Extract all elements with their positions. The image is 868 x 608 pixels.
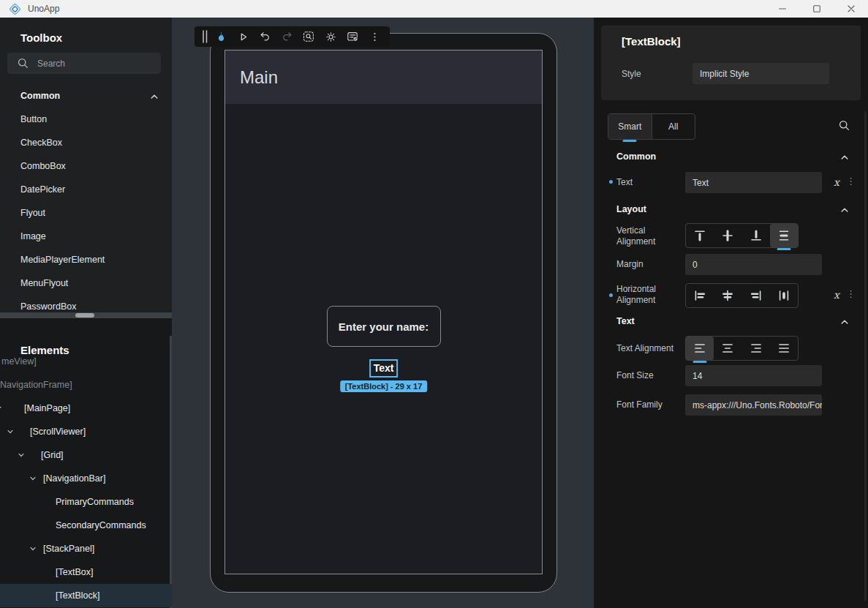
text-align-right-icon <box>749 341 763 356</box>
tree-item-mainpage[interactable]: [MainPage] <box>0 397 172 420</box>
tree-item-grid[interactable]: [Grid] <box>0 443 172 467</box>
margin-label: Margin <box>616 259 644 270</box>
uno-logo-icon <box>9 3 21 15</box>
chevron-down-icon[interactable] <box>7 428 14 435</box>
more-dots-icon[interactable]: ⋮ <box>846 289 856 299</box>
text-align-center-button[interactable] <box>714 337 741 360</box>
more-options-icon <box>368 30 382 44</box>
toolbox-hscrollbar[interactable] <box>0 312 172 318</box>
vertical-align-stretch-button[interactable] <box>770 224 798 247</box>
tree-item-meview[interactable]: meView] <box>0 350 172 373</box>
tree-item-navigationframe[interactable]: NavigationFrame] <box>0 373 172 397</box>
chevron-down-icon[interactable] <box>0 405 2 412</box>
selected-option-underline <box>693 361 707 363</box>
text-align-center-icon <box>720 341 735 356</box>
vertical-align-top-button[interactable] <box>686 224 714 247</box>
vertical-align-bottom-button[interactable] <box>742 224 770 247</box>
text-align-right-button[interactable] <box>742 337 770 360</box>
text-align-left-button[interactable] <box>686 337 714 360</box>
section-text[interactable]: Text <box>594 314 868 330</box>
binding-x-icon[interactable]: x <box>834 177 839 187</box>
preview-textbox[interactable]: Enter your name: <box>327 306 441 347</box>
toolbox-item-checkbox[interactable]: CheckBox <box>0 131 172 154</box>
binding-x-icon[interactable]: x <box>834 290 839 300</box>
tab-all[interactable]: All <box>652 114 695 139</box>
horizontal-align-stretch-button[interactable] <box>770 284 798 307</box>
vertical-align-center-button[interactable] <box>714 224 741 247</box>
selection-size-badge: [TextBlock] - 29 x 17 <box>340 380 428 392</box>
selected-element-title: [TextBlock] <box>622 35 681 48</box>
undo-button[interactable] <box>254 26 276 47</box>
tab-smart[interactable]: Smart <box>608 114 652 139</box>
toolbox-item-mediaplayerelement[interactable]: MediaPlayerElement <box>0 248 172 271</box>
toolbox-item-button[interactable]: Button <box>0 108 172 131</box>
scrollbar-thumb[interactable] <box>75 313 94 318</box>
text-modified-dot <box>609 180 613 184</box>
text-align-justify-button[interactable] <box>770 337 798 360</box>
toolbox-section-label: Common <box>20 91 60 101</box>
vertical-alignment-label: Vertical Alignment <box>616 225 669 247</box>
horizontal-align-left-button[interactable] <box>686 284 714 307</box>
redo-button[interactable] <box>276 26 298 47</box>
selected-element-card: [TextBlock] Style Implicit Style <box>601 26 861 100</box>
horizontal-align-center-button[interactable] <box>714 284 741 307</box>
inspector-search-icon[interactable] <box>838 119 850 132</box>
tree-item-secondarycommands[interactable]: SecondaryCommands <box>0 514 172 537</box>
tree-item-label: NavigationFrame] <box>0 380 72 390</box>
tree-item-scrollviewer[interactable]: [ScrollViewer] <box>0 420 172 443</box>
inspect-element-button[interactable] <box>298 26 320 47</box>
theme-toggle-icon <box>324 30 338 44</box>
design-canvas: Main Enter your name: Text [TextBlock] -… <box>172 18 594 608</box>
chevron-down-icon[interactable] <box>18 451 25 459</box>
minimize-button[interactable] <box>765 0 799 18</box>
toolbox-item-datepicker[interactable]: DatePicker <box>0 178 172 201</box>
tree-item-label: [ScrollViewer] <box>30 427 86 437</box>
play-button[interactable] <box>232 26 254 47</box>
chevron-down-icon[interactable] <box>29 545 37 552</box>
hot-reload-button[interactable] <box>210 26 232 47</box>
horizontal-align-right-button[interactable] <box>742 284 770 307</box>
text-property-label: Text <box>616 177 633 188</box>
more-options-button[interactable] <box>363 26 385 47</box>
horizontal-align-center-icon <box>720 288 735 303</box>
section-layout[interactable]: Layout <box>594 202 868 218</box>
horizontal-align-stretch-icon <box>777 288 791 303</box>
preview-textbox-text: Enter your name: <box>339 320 429 333</box>
text-property-input[interactable]: Text <box>685 172 822 193</box>
tab-label: All <box>668 121 678 132</box>
close-button[interactable] <box>834 0 868 18</box>
tree-item-textblock[interactable]: [TextBlock] <box>0 584 172 607</box>
inspector-vscrollbar[interactable] <box>864 111 867 601</box>
theme-toggle-button[interactable] <box>320 26 341 47</box>
toolbox-item-combobox[interactable]: ComboBox <box>0 154 172 178</box>
selected-option-underline <box>777 248 790 250</box>
element-checklist-button[interactable] <box>341 26 363 47</box>
toolbox-section-common[interactable]: Common <box>0 88 172 105</box>
toolbox-search-input[interactable]: Search <box>7 53 161 74</box>
toolbox-item-menuflyout[interactable]: MenuFlyout <box>0 271 172 295</box>
section-common[interactable]: Common <box>594 149 868 165</box>
titlebar: UnoApp <box>0 0 868 18</box>
maximize-button[interactable] <box>799 0 834 18</box>
margin-input[interactable]: 0 <box>685 254 822 275</box>
style-input[interactable]: Implicit Style <box>692 63 829 84</box>
tab-label: Smart <box>618 121 641 132</box>
hot-reload-icon <box>214 30 228 44</box>
drag-handle-button[interactable] <box>199 26 210 47</box>
font-size-input[interactable]: 14 <box>685 365 822 386</box>
font-family-input[interactable]: ms-appx:///Uno.Fonts.Roboto/Font <box>685 394 822 416</box>
tree-item-navigationbar[interactable]: [NavigationBar] <box>0 467 172 490</box>
chevron-down-icon[interactable] <box>29 475 37 482</box>
tree-item-stackpanel[interactable]: [StackPanel] <box>0 537 172 560</box>
tree-item-textbox[interactable]: [TextBox] <box>0 560 172 584</box>
vertical-align-center-icon <box>720 228 735 243</box>
device-frame: Main Enter your name: Text [TextBlock] -… <box>210 33 557 593</box>
text-alignment-group <box>685 336 799 361</box>
preview-textblock-selected[interactable]: Text <box>369 359 399 378</box>
preview-page-title: Main <box>240 67 278 88</box>
toolbox-item-flyout[interactable]: Flyout <box>0 201 172 225</box>
more-dots-icon[interactable]: ⋮ <box>846 176 856 187</box>
toolbox-item-image[interactable]: Image <box>0 225 172 248</box>
tree-item-label: [NavigationBar] <box>43 473 105 484</box>
tree-item-primarycommands[interactable]: PrimaryCommands <box>0 490 172 514</box>
